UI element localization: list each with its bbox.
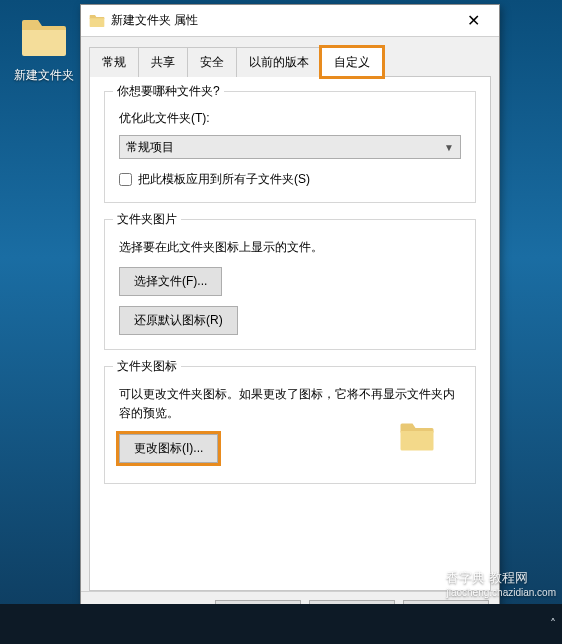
apply-template-label: 把此模板应用到所有子文件夹(S) (138, 171, 310, 188)
apply-template-checkbox[interactable] (119, 173, 132, 186)
tab-customize[interactable]: 自定义 (321, 47, 383, 77)
folder-icon (20, 18, 68, 58)
folder-icon-desc: 可以更改文件夹图标。如果更改了图标，它将不再显示文件夹内容的预览。 (119, 385, 461, 423)
group-folder-picture: 文件夹图片 选择要在此文件夹图标上显示的文件。 选择文件(F)... 还原默认图… (104, 219, 476, 350)
apply-template-checkbox-row[interactable]: 把此模板应用到所有子文件夹(S) (119, 171, 461, 188)
change-icon-button[interactable]: 更改图标(I)... (119, 434, 218, 463)
group-folder-icon: 文件夹图标 可以更改文件夹图标。如果更改了图标，它将不再显示文件夹内容的预览。 … (104, 366, 476, 483)
group-legend: 你想要哪种文件夹? (113, 83, 224, 100)
tab-sharing[interactable]: 共享 (138, 47, 188, 77)
folder-picture-desc: 选择要在此文件夹图标上显示的文件。 (119, 238, 461, 257)
optimize-label: 优化此文件夹(T): (119, 110, 461, 127)
desktop-folder[interactable]: 新建文件夹 (14, 18, 74, 84)
group-legend: 文件夹图标 (113, 358, 181, 375)
tab-general[interactable]: 常规 (89, 47, 139, 77)
group-legend: 文件夹图片 (113, 211, 181, 228)
group-folder-kind: 你想要哪种文件夹? 优化此文件夹(T): 常规项目 ▼ 把此模板应用到所有子文件… (104, 91, 476, 203)
watermark: 香字典 教程网 jiaocheng.chazidian.com (446, 569, 556, 598)
folder-icon-preview (399, 421, 435, 453)
chevron-down-icon: ▼ (444, 142, 454, 153)
optimize-select-value: 常规项目 (126, 139, 174, 156)
tab-panel-customize: 你想要哪种文件夹? 优化此文件夹(T): 常规项目 ▼ 把此模板应用到所有子文件… (89, 76, 491, 591)
tab-security[interactable]: 安全 (187, 47, 237, 77)
titlebar[interactable]: 新建文件夹 属性 ✕ (81, 5, 499, 37)
watermark-text: 香字典 教程网 (446, 569, 556, 587)
choose-file-button[interactable]: 选择文件(F)... (119, 267, 222, 296)
close-button[interactable]: ✕ (453, 6, 493, 36)
dialog-title: 新建文件夹 属性 (111, 12, 453, 29)
restore-default-icon-button[interactable]: 还原默认图标(R) (119, 306, 238, 335)
system-tray[interactable]: ˄ (550, 604, 556, 644)
watermark-sub: jiaocheng.chazidian.com (446, 587, 556, 598)
tray-chevron-up-icon[interactable]: ˄ (550, 617, 556, 631)
desktop-folder-label: 新建文件夹 (14, 67, 74, 84)
properties-dialog: 新建文件夹 属性 ✕ 常规 共享 安全 以前的版本 自定义 你想要哪种文件夹? … (80, 4, 500, 640)
taskbar[interactable]: ˄ (0, 604, 562, 644)
optimize-select[interactable]: 常规项目 ▼ (119, 135, 461, 159)
folder-icon (89, 14, 105, 28)
tab-row: 常规 共享 安全 以前的版本 自定义 (89, 47, 491, 77)
tab-previous-versions[interactable]: 以前的版本 (236, 47, 322, 77)
